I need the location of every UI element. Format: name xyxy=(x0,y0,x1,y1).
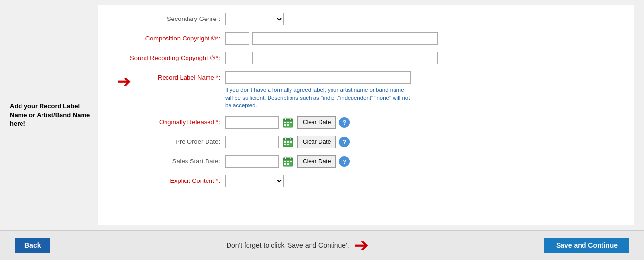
sales-start-date-controls: Clear Date ? xyxy=(225,155,350,168)
record-label-hint: If you don't have a formally agreed labe… xyxy=(225,86,411,109)
pre-order-date-label: Pre Order Date: xyxy=(113,136,225,145)
originally-released-label: Originally Released *: xyxy=(113,116,225,126)
svg-rect-17 xyxy=(287,144,289,145)
svg-rect-15 xyxy=(290,141,292,143)
sound-recording-year-input[interactable] xyxy=(225,52,249,64)
sound-recording-controls xyxy=(225,52,438,64)
svg-rect-8 xyxy=(287,124,289,126)
record-label-input[interactable] xyxy=(225,71,411,84)
pre-order-date-row: Pre Order Date: Cle xyxy=(113,136,619,148)
explicit-content-row: Explicit Content *: xyxy=(113,175,619,187)
svg-rect-11 xyxy=(285,137,286,140)
pre-order-calendar-icon[interactable] xyxy=(282,136,294,148)
secondary-genre-select[interactable] xyxy=(225,13,284,25)
sidebar-text: Add your Record Label Name or Artist/Ban… xyxy=(10,102,93,129)
composition-copyright-controls xyxy=(225,32,438,45)
svg-rect-6 xyxy=(290,122,292,123)
svg-rect-20 xyxy=(285,157,286,159)
sales-start-date-input[interactable] xyxy=(225,155,279,168)
sales-start-calendar-icon[interactable] xyxy=(282,155,294,168)
form-panel: Secondary Genre : Composition Copyright … xyxy=(98,5,634,225)
sound-recording-label: Sound Recording Copyright ℗*: xyxy=(113,52,225,61)
svg-rect-22 xyxy=(284,161,286,162)
footer-center: Don't forget to click 'Save and Continue… xyxy=(227,237,369,254)
footer-red-arrow-icon: ➔ xyxy=(354,237,369,254)
sales-start-clear-button[interactable]: Clear Date xyxy=(297,155,336,168)
record-label-row: ➔ Record Label Name *: If you don't have… xyxy=(113,71,619,109)
save-continue-button[interactable]: Save and Continue xyxy=(544,238,629,253)
explicit-content-select[interactable] xyxy=(225,175,284,187)
explicit-content-controls xyxy=(225,175,284,187)
svg-rect-4 xyxy=(284,122,286,123)
svg-rect-13 xyxy=(284,141,286,143)
record-label-wrapper: If you don't have a formally agreed labe… xyxy=(225,71,411,109)
footer-bar: Back Don't forget to click 'Save and Con… xyxy=(0,230,644,260)
originally-released-row: Originally Released *: xyxy=(113,116,619,129)
composition-copyright-year-input[interactable] xyxy=(225,32,249,45)
originally-released-controls: Clear Date ? xyxy=(225,116,350,129)
svg-rect-2 xyxy=(285,118,286,120)
originally-released-clear-button[interactable]: Clear Date xyxy=(297,116,336,129)
svg-rect-21 xyxy=(290,157,291,159)
sidebar: Add your Record Label Name or Artist/Ban… xyxy=(10,5,98,225)
sound-recording-name-input[interactable] xyxy=(252,52,438,64)
composition-copyright-name-input[interactable] xyxy=(252,32,438,45)
pre-order-help-icon[interactable]: ? xyxy=(339,137,350,147)
originally-released-calendar-icon[interactable] xyxy=(282,116,294,129)
svg-rect-7 xyxy=(284,124,286,126)
footer-reminder-text: Don't forget to click 'Save and Continue… xyxy=(227,241,349,249)
red-arrow-icon: ➔ xyxy=(117,73,131,90)
sales-start-help-icon[interactable]: ? xyxy=(339,156,350,167)
pre-order-date-input[interactable] xyxy=(225,136,279,148)
arrow-cell: ➔ xyxy=(113,71,137,90)
svg-rect-26 xyxy=(287,163,289,165)
svg-rect-24 xyxy=(290,161,292,162)
secondary-genre-row: Secondary Genre : xyxy=(113,13,619,25)
sound-recording-row: Sound Recording Copyright ℗*: xyxy=(113,52,619,64)
sales-start-date-label: Sales Start Date: xyxy=(113,155,225,165)
svg-rect-25 xyxy=(284,163,286,165)
svg-rect-12 xyxy=(290,137,291,140)
composition-copyright-row: Composition Copyright ©*: xyxy=(113,32,619,45)
sales-start-date-row: Sales Start Date: C xyxy=(113,155,619,168)
originally-released-input[interactable] xyxy=(225,116,279,129)
originally-released-help-icon[interactable]: ? xyxy=(339,117,350,128)
pre-order-clear-button[interactable]: Clear Date xyxy=(297,136,336,148)
svg-rect-3 xyxy=(290,118,291,120)
svg-rect-16 xyxy=(284,144,286,145)
secondary-genre-controls xyxy=(225,13,284,25)
composition-copyright-label: Composition Copyright ©*: xyxy=(113,32,225,42)
explicit-content-label: Explicit Content *: xyxy=(113,175,225,184)
record-label-label: Record Label Name *: xyxy=(137,71,225,81)
back-button[interactable]: Back xyxy=(15,238,50,253)
pre-order-date-controls: Clear Date ? xyxy=(225,136,350,148)
svg-rect-14 xyxy=(287,141,289,143)
secondary-genre-label: Secondary Genre : xyxy=(113,13,225,22)
svg-rect-5 xyxy=(287,122,289,123)
svg-rect-23 xyxy=(287,161,289,162)
